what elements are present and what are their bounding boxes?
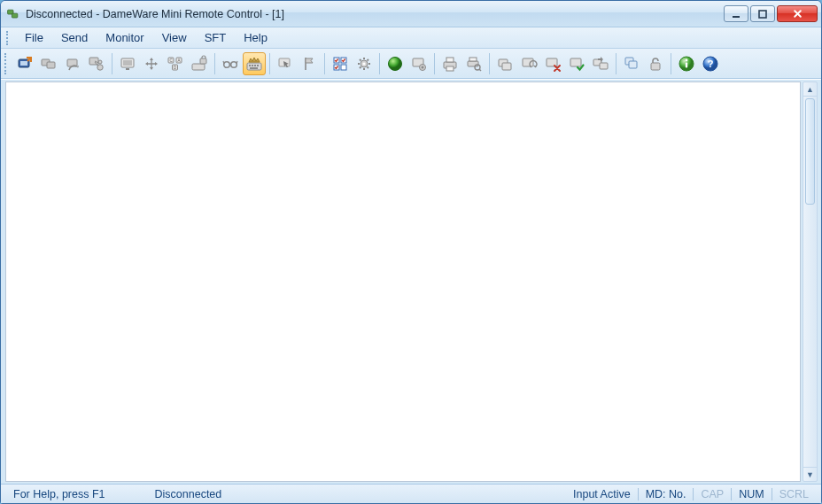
svg-rect-29 [250,67,258,69]
svg-rect-34 [341,65,346,70]
about-button[interactable] [675,52,698,75]
keyboard-mode-button[interactable] [243,52,266,75]
svg-rect-49 [523,58,533,66]
toolbar-separator [616,53,616,74]
svg-rect-9 [89,58,98,65]
menu-file[interactable]: File [16,29,52,46]
window-title: Disconnected - DameWare Mini Remote Cont… [26,8,284,20]
svg-point-10 [97,64,103,69]
info-icon [678,55,695,73]
transfer-icon [592,55,609,73]
keyboard-crown-icon [245,55,263,73]
svg-point-37 [389,57,402,70]
screen-check-icon [568,55,585,73]
connect-icon [16,55,34,73]
settings-button[interactable] [353,52,376,75]
lock-keyboard-button[interactable] [188,52,211,75]
remote-view-canvas[interactable] [5,81,801,482]
svg-rect-26 [252,65,253,66]
arrange-button[interactable] [329,52,352,75]
copy-screen-button[interactable] [493,52,516,75]
svg-rect-3 [759,11,766,18]
connect-button[interactable] [13,52,36,75]
disconnect-icon [40,55,58,73]
svg-rect-13 [123,60,132,66]
share-icon [88,55,105,73]
toolbar-grip[interactable] [4,53,9,74]
svg-rect-45 [469,58,477,61]
menu-send[interactable]: Send [52,29,97,46]
gear-icon [355,55,373,73]
svg-rect-51 [570,58,581,66]
toolbar-separator [214,53,215,74]
app-window: Disconnected - DameWare Mini Remote Cont… [0,0,822,504]
print-preview-button[interactable] [462,52,485,75]
print-search-icon [465,55,483,73]
remote-pointer-button[interactable] [274,52,297,75]
menu-monitor[interactable]: Monitor [97,29,152,46]
screen-x-icon [544,55,562,73]
status-connection: Disconnected [148,488,229,500]
statusbar: For Help, press F1 Disconnected Input Ac… [1,484,821,503]
toolbar-separator [324,53,325,74]
vertical-scrollbar[interactable]: ▲ ▼ [803,81,818,482]
status-md: MD: No. [639,488,694,500]
titlebar[interactable]: Disconnected - DameWare Mini Remote Cont… [1,1,821,27]
approve-session-button[interactable] [565,52,588,75]
flag-icon [300,55,318,73]
reconnect-icon [64,55,81,73]
fullscreen-move-icon [143,55,160,73]
svg-text:?: ? [708,58,714,69]
status-cap: CAP [694,488,731,500]
ping-button[interactable] [384,52,407,75]
svg-rect-55 [629,61,637,68]
scroll-down-arrow[interactable]: ▼ [803,467,817,481]
svg-point-22 [224,61,230,67]
send-cad-button[interactable]: C A D [164,52,187,75]
camera-icon [410,55,428,73]
fullscreen-button[interactable] [140,52,163,75]
svg-point-40 [422,66,424,68]
svg-rect-25 [249,65,251,66]
share-button[interactable] [85,52,108,75]
maximize-button[interactable] [750,5,775,22]
unlock-button[interactable] [644,52,667,75]
view-only-button[interactable] [219,52,242,75]
reconnect-button[interactable] [61,52,84,75]
menubar-grip[interactable] [6,31,11,45]
menu-view[interactable]: View [153,29,196,46]
print-button[interactable] [438,52,461,75]
minimize-button[interactable] [724,5,748,22]
wake-button[interactable] [298,52,321,75]
svg-point-23 [231,61,237,67]
help-button[interactable]: ? [699,52,722,75]
status-scrl: SCRL [772,488,816,500]
status-num: NUM [732,488,771,500]
disconnect-button[interactable] [37,52,60,75]
svg-point-36 [362,62,365,65]
toolbar: C A D [1,49,821,79]
lock-keyboard-icon [190,55,208,73]
menu-help[interactable]: Help [235,29,276,46]
refresh-screen-button[interactable] [517,52,540,75]
svg-rect-53 [600,63,608,69]
copy-screen-icon [496,55,514,73]
cascade-button[interactable] [620,52,643,75]
end-session-button[interactable] [541,52,564,75]
menu-sft[interactable]: SFT [196,29,236,46]
svg-rect-20 [192,64,205,70]
screenshot-button[interactable] [407,52,430,75]
toolbar-separator [379,53,380,74]
svg-text:A: A [177,58,180,62]
transfer-button[interactable] [589,52,612,75]
remote-cursor-icon [119,55,136,73]
close-button[interactable] [777,5,818,22]
toolbar-separator [112,53,112,74]
svg-rect-5 [20,61,27,66]
scroll-up-arrow[interactable]: ▲ [803,82,817,97]
remote-cursor-button[interactable] [116,52,139,75]
printer-icon [441,55,459,73]
scroll-thumb[interactable] [805,98,815,205]
glasses-icon [221,55,239,73]
toolbar-separator [269,53,270,74]
